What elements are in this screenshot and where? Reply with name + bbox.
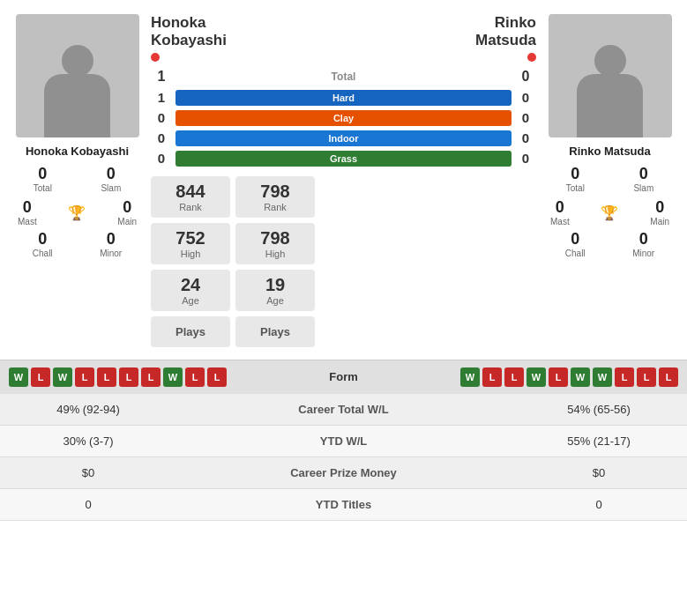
right-silhouette-head bbox=[594, 45, 626, 77]
left-form-badge-6: L bbox=[141, 367, 161, 387]
right-total-label: Total bbox=[566, 183, 585, 193]
left-trophy-icon: 🏆 bbox=[68, 204, 86, 221]
grass-badge: Grass bbox=[175, 151, 512, 167]
left-chall-label: Chall bbox=[33, 249, 53, 258]
left-minor-label: Minor bbox=[100, 249, 122, 258]
left-grass-count: 0 bbox=[151, 151, 172, 166]
career-left-val-3: 0 bbox=[0, 488, 176, 520]
right-trophy-icon: 🏆 bbox=[601, 204, 618, 221]
right-form-badge-2: L bbox=[504, 367, 524, 387]
left-form-badges: WLWLLLLWLL bbox=[9, 367, 309, 387]
left-silhouette-head bbox=[62, 45, 93, 77]
left-chall-value: 0 bbox=[38, 230, 47, 249]
form-section: WLWLLLLWLL Form WLLWLWWLLL bbox=[0, 360, 687, 394]
right-chall-label: Chall bbox=[565, 249, 586, 258]
left-minor-value: 0 bbox=[107, 230, 116, 249]
left-form-badge-5: L bbox=[119, 367, 138, 387]
right-player-name: Rinko Matsuda bbox=[569, 145, 650, 158]
left-form-badge-8: L bbox=[185, 367, 205, 387]
left-indoor-count: 0 bbox=[151, 130, 172, 145]
right-main-value: 0 bbox=[655, 198, 664, 217]
left-plays-label: Plays bbox=[175, 325, 205, 338]
left-total-cell: 0 Total bbox=[34, 165, 52, 193]
left-form-badge-2: W bbox=[53, 367, 72, 387]
career-stats-row-3: 0 YTD Titles 0 bbox=[0, 488, 687, 520]
career-right-val-3: 0 bbox=[511, 488, 687, 520]
right-form-badge-9: L bbox=[659, 367, 678, 387]
career-right-val-1: 55% (21-17) bbox=[511, 425, 687, 456]
left-chall-cell: 0 Chall bbox=[33, 230, 53, 258]
right-hard-count: 0 bbox=[515, 90, 536, 105]
left-player-silhouette bbox=[44, 45, 110, 137]
clay-badge: Clay bbox=[175, 110, 512, 126]
right-form-badge-7: L bbox=[615, 367, 634, 387]
right-player-column: Rinko Matsuda 0 Total 0 Slam 0 Mast 🏆 bbox=[541, 14, 678, 353]
right-mast-cell: 0 Mast bbox=[550, 198, 570, 226]
right-rank-stats: 798 Rank 798 High 19 Age Plays bbox=[235, 176, 315, 353]
left-main-value: 0 bbox=[123, 198, 131, 217]
right-form-badge-0: W bbox=[460, 367, 480, 387]
right-form-badge-5: W bbox=[571, 367, 590, 387]
left-chall-minor-row: 0 Chall 0 Minor bbox=[9, 230, 146, 258]
left-rank-box: 844 Rank bbox=[151, 176, 230, 218]
left-player-title: Honoka Kobayashi bbox=[151, 14, 227, 50]
career-left-val-2: $0 bbox=[0, 456, 176, 488]
right-main-cell: 0 Main bbox=[650, 198, 669, 226]
right-rank-box: 798 Rank bbox=[235, 176, 315, 218]
player-names-header: Honoka Kobayashi Rinko Matsuda bbox=[151, 14, 536, 62]
right-form-badge-1: L bbox=[482, 367, 502, 387]
left-main-label: Main bbox=[117, 217, 137, 226]
left-player-name: Honoka Kobayashi bbox=[26, 145, 129, 158]
left-player-dot bbox=[151, 53, 160, 62]
left-silhouette-body bbox=[44, 74, 110, 137]
left-age-box: 24 Age bbox=[151, 270, 230, 311]
right-form-badge-6: W bbox=[593, 367, 612, 387]
right-slam-value: 0 bbox=[639, 165, 648, 183]
left-total-value: 0 bbox=[38, 165, 47, 183]
hard-surface-row: 1 Hard 0 bbox=[151, 90, 536, 106]
right-minor-value: 0 bbox=[639, 230, 648, 249]
form-label: Form bbox=[309, 370, 379, 383]
left-mast-value: 0 bbox=[23, 198, 32, 217]
right-high-box: 798 High bbox=[235, 223, 315, 264]
right-form-badges: WLLWLWWLLL bbox=[379, 367, 679, 387]
right-player-header: Rinko Matsuda bbox=[475, 14, 536, 62]
left-form-badge-3: L bbox=[75, 367, 94, 387]
career-mid-label-3: YTD Titles bbox=[176, 488, 511, 520]
right-age-box: 19 Age bbox=[235, 270, 315, 311]
left-mast-main-row: 0 Mast 🏆 0 Main bbox=[9, 198, 146, 226]
right-slam-cell: 0 Slam bbox=[633, 165, 653, 193]
left-plays-box: Plays bbox=[151, 316, 230, 347]
career-mid-label-0: Career Total W/L bbox=[176, 394, 511, 426]
left-mast-label: Mast bbox=[18, 217, 37, 226]
left-mast-cell: 0 Mast bbox=[18, 198, 37, 226]
left-clay-count: 0 bbox=[151, 110, 172, 125]
career-left-val-0: 49% (92-94) bbox=[0, 394, 176, 426]
left-player-header: Honoka Kobayashi bbox=[151, 14, 227, 62]
left-form-badge-7: W bbox=[163, 367, 183, 387]
right-high-label: High bbox=[243, 249, 308, 259]
grass-surface-row: 0 Grass 0 bbox=[151, 151, 536, 167]
main-container: Honoka Kobayashi 0 Total 0 Slam 0 Mast 🏆 bbox=[0, 0, 687, 616]
right-main-label: Main bbox=[650, 217, 669, 226]
right-mast-value: 0 bbox=[556, 198, 564, 217]
right-player-title: Rinko Matsuda bbox=[475, 14, 536, 50]
right-rank-value: 798 bbox=[243, 182, 308, 202]
right-grass-count: 0 bbox=[515, 151, 536, 166]
right-name-line1: Rinko bbox=[495, 14, 536, 31]
total-label: Total bbox=[172, 71, 515, 83]
right-player-avatar bbox=[549, 14, 672, 137]
right-player-dot bbox=[527, 53, 536, 62]
left-rank-value: 844 bbox=[158, 182, 223, 202]
career-stats-row-2: $0 Career Prize Money $0 bbox=[0, 456, 687, 488]
left-player-avatar bbox=[16, 14, 139, 137]
left-high-value: 752 bbox=[158, 228, 223, 249]
career-right-val-2: $0 bbox=[511, 456, 687, 488]
right-form-badge-4: L bbox=[549, 367, 568, 387]
career-stats-row-1: 30% (3-7) YTD W/L 55% (21-17) bbox=[0, 425, 687, 456]
rank-stats-group: 844 Rank 752 High 24 Age Plays bbox=[151, 176, 536, 353]
right-mast-label: Mast bbox=[550, 217, 570, 226]
right-chall-minor-row: 0 Chall 0 Minor bbox=[541, 230, 678, 258]
left-rank-label: Rank bbox=[158, 202, 223, 212]
career-left-val-1: 30% (3-7) bbox=[0, 425, 176, 456]
